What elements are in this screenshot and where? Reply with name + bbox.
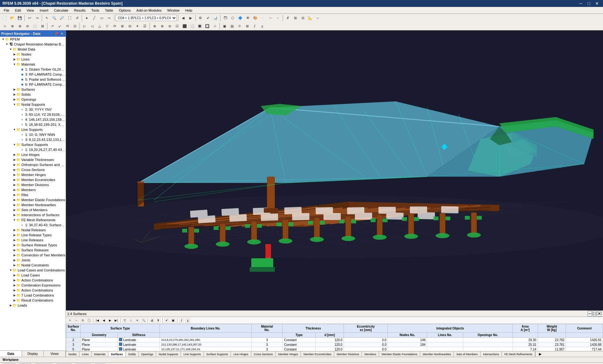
nav-node-load-cases[interactable]: ▶ 📁 Load Cases xyxy=(0,273,66,278)
col-sub-nodes[interactable]: Nodes No. xyxy=(388,333,427,338)
col-sub-weight[interactable] xyxy=(538,333,566,338)
tb2-14[interactable]: ▽ xyxy=(104,23,111,29)
tb2-33[interactable]: ƒ xyxy=(251,23,258,29)
tb-surface[interactable]: ▭ xyxy=(98,14,105,21)
tb-zoom-out[interactable]: 🔎 xyxy=(58,14,65,21)
tab-nodal-supports[interactable]: Nodal Supports xyxy=(156,351,181,357)
tb-select[interactable]: ↖ xyxy=(43,14,50,21)
nav-node-sets-members[interactable]: ▶ 📁 Sets of Members xyxy=(0,207,66,212)
nav-node-line-releases[interactable]: ▶ 📁 Line Releases xyxy=(0,238,66,243)
nav-node-intersections[interactable]: ▶ 📁 Intersections of Surfaces xyxy=(0,212,66,217)
table-row[interactable]: 5 Plane Laminate 12,135,137,21,171,168,1… xyxy=(66,347,603,351)
nav-node-joints[interactable]: ▶ 📁 Joints xyxy=(0,258,66,263)
nav-node-action-combos[interactable]: ▶ 📁 Action Combinations xyxy=(0,278,66,283)
nav-node-combo-expressions[interactable]: ▶ 📁 Combination Expressions xyxy=(0,283,66,288)
nav-node-surface-releases[interactable]: ▶ 📁 Surface Releases xyxy=(0,248,66,253)
tb-color[interactable]: 🎨 xyxy=(252,14,259,21)
tabs-scroll-right[interactable]: ▶ xyxy=(535,351,545,357)
tab-member-nonlin[interactable]: Member Nonlinearities xyxy=(420,351,454,357)
col-thickness[interactable]: Thickness xyxy=(283,324,344,333)
nav-node-member-div[interactable]: ▶ 📁 Member Divisions xyxy=(0,182,66,187)
tb2-13[interactable]: △ xyxy=(96,23,103,29)
tb2-8[interactable]: ↙ xyxy=(56,23,63,29)
menu-table[interactable]: Table xyxy=(102,7,116,14)
nav-expand-nodes[interactable]: ▶ xyxy=(13,52,16,56)
tb-display-surf[interactable]: ▫ xyxy=(274,14,281,21)
nav-node-ls1[interactable]: ▪ 1: 10; G; NNY NNN xyxy=(0,132,66,137)
tb2-28[interactable]: ⊹ xyxy=(211,23,218,29)
menu-calculate[interactable]: Calculate xyxy=(52,7,71,14)
tb2-18[interactable]: ✦ xyxy=(134,23,141,29)
tab-line-hinges[interactable]: Line Hinges xyxy=(231,351,251,357)
tb2-34[interactable]: χ xyxy=(259,23,266,29)
col-sub-boundary[interactable] xyxy=(160,333,251,338)
col-sub-stiffness[interactable]: Stiffness xyxy=(118,333,160,338)
tb2-5[interactable]: ⬚ xyxy=(31,23,38,29)
nav-node-surface-release-types[interactable]: ▶ 📁 Surface Release Types xyxy=(0,243,66,248)
menu-view[interactable]: View xyxy=(24,7,37,14)
nav-node-model-data[interactable]: ▼ 📁 Model Data xyxy=(0,47,66,52)
tb-undo[interactable]: ↩ xyxy=(26,14,33,21)
close-button[interactable]: ✕ xyxy=(594,0,600,7)
tb-hide[interactable]: 👁 xyxy=(244,14,251,21)
nav-expand-ribs[interactable]: ▶ xyxy=(13,193,16,197)
nav-node-load-combinations[interactable]: ▶ 📁 7 Load Combinations xyxy=(0,293,66,298)
col-comment[interactable]: Comment xyxy=(566,324,603,333)
nav-expand-members[interactable]: ▶ xyxy=(13,188,16,192)
table-row[interactable]: 3 Plane Laminate 212,133,286,17,142,143,… xyxy=(66,342,603,347)
tbl-next[interactable]: ▶ xyxy=(107,318,113,323)
col-sub-type[interactable]: Type xyxy=(283,333,316,338)
col-weight[interactable]: WeightW [kg] xyxy=(538,324,566,333)
tbl-filter[interactable]: ▽ xyxy=(122,318,128,323)
data-table[interactable]: SurfaceNo. Surface Type Boundary Lines N… xyxy=(66,324,603,351)
nav-node-cross-sec[interactable]: ▶ 📁 Cross-Sections xyxy=(0,167,66,172)
tb-check[interactable]: ✔ xyxy=(204,14,211,21)
tbl-prev[interactable]: ◀ xyxy=(101,318,106,323)
nav-tab-data[interactable]: Data xyxy=(0,351,22,357)
nav-expand-intersections[interactable]: ▶ xyxy=(13,213,16,217)
tb2-21[interactable]: ⊗ xyxy=(159,23,166,29)
tb-display-node[interactable]: · xyxy=(259,14,266,21)
menu-results[interactable]: Results xyxy=(72,7,88,14)
col-sub-area[interactable] xyxy=(513,333,538,338)
maximize-button[interactable]: □ xyxy=(585,0,592,7)
tbl-find[interactable]: 🔍 xyxy=(141,318,146,323)
tb2-32[interactable]: ⊞ xyxy=(244,23,251,29)
tb-redo[interactable]: ↪ xyxy=(34,14,41,21)
tb-render[interactable]: 🔷 xyxy=(237,14,244,21)
nav-node-lines[interactable]: ▶ 📁 Lines xyxy=(0,57,66,62)
tb2-1[interactable]: ⊹ xyxy=(1,23,8,29)
navigator-pin[interactable]: 📌 xyxy=(54,31,59,36)
tab-line-supports[interactable]: Line Supports xyxy=(181,351,204,357)
nav-expand-chapel[interactable]: ▼ xyxy=(5,42,9,46)
tbl-paste[interactable]: 📋 xyxy=(86,318,92,323)
nav-expand-member-hinges[interactable]: ▶ xyxy=(13,173,16,177)
tb-rotate[interactable]: ↺ xyxy=(73,14,80,21)
nav-node-loads[interactable]: ▶ 📁 Loads xyxy=(0,303,66,308)
menu-window[interactable]: Window xyxy=(165,7,182,14)
menu-options[interactable]: Options xyxy=(116,7,133,14)
nav-expand-nodal-supports[interactable]: ▼ xyxy=(13,103,16,106)
tb-next[interactable]: ▶ xyxy=(187,14,194,21)
nav-expand-lines[interactable]: ▶ xyxy=(13,57,16,61)
nav-expand-action-combos[interactable]: ▶ xyxy=(13,278,16,282)
menu-edit[interactable]: Edit xyxy=(13,7,24,14)
nav-node-line-supports[interactable]: ▼ 📁 Line Supports xyxy=(0,127,66,132)
col-sub-openings[interactable]: Openings No. xyxy=(463,333,513,338)
col-sub-material[interactable] xyxy=(251,333,283,338)
tb2-15[interactable]: ⟳ xyxy=(111,23,118,29)
view-area[interactable] xyxy=(66,30,603,310)
tab-member-ecc[interactable]: Member Eccentricities xyxy=(301,351,334,357)
tb2-22[interactable]: ⊘ xyxy=(166,23,173,29)
nav-node-nodes[interactable]: ▶ 📁 Nodes xyxy=(0,52,66,57)
nav-node-mat6[interactable]: ■ 6: RF-LAMINATE Composition xyxy=(0,82,66,87)
tab-intersections[interactable]: Intersections xyxy=(481,351,502,357)
nav-expand-var-thick[interactable]: ▶ xyxy=(13,158,16,162)
tb2-24[interactable]: ⬛ xyxy=(181,23,188,29)
nav-node-mat5[interactable]: ■ 5: Poplar and Softwood Timbe xyxy=(0,77,66,82)
nav-node-members[interactable]: ▶ 📁 Members xyxy=(0,187,66,192)
nav-expand-joints[interactable]: ▶ xyxy=(13,258,16,262)
tb2-27[interactable]: 🔲 xyxy=(204,23,211,29)
nav-node-surface-supports[interactable]: ▼ 📁 Surface Supports xyxy=(0,142,66,147)
tb2-6[interactable]: ⊞ xyxy=(39,23,46,29)
